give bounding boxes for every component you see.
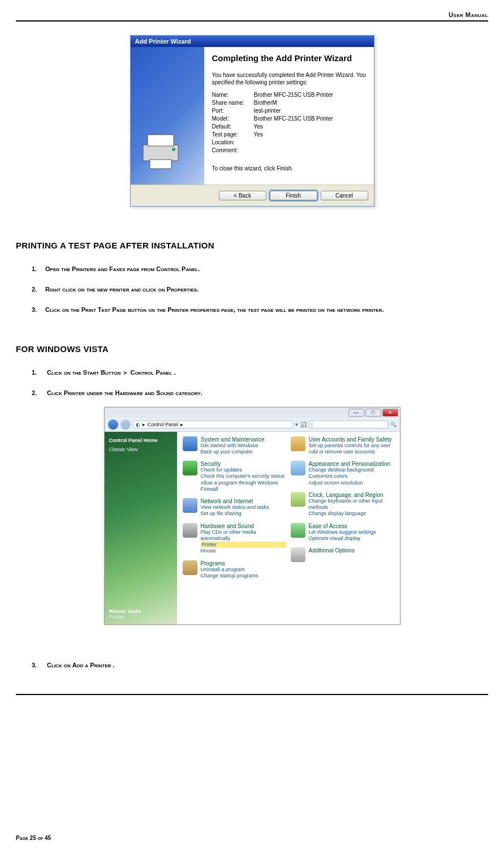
cat-link[interactable]: Set up parental controls for any user	[309, 443, 392, 449]
header-user-manual: User Manual	[16, 11, 488, 18]
minimize-button[interactable]: —	[348, 409, 364, 417]
cat-link[interactable]: Change desktop background	[309, 467, 391, 473]
cat-link[interactable]: Adjust screen resolution	[309, 480, 391, 486]
breadcrumb-text: Control Panel	[148, 422, 179, 427]
sidebar-cp-home[interactable]: Control Panel Home	[109, 438, 173, 443]
cat-security[interactable]: Security Check for updates Check this co…	[183, 461, 286, 492]
label-default: Default:	[212, 123, 254, 130]
sidebar-classic-view[interactable]: Classic View	[109, 447, 173, 452]
svg-rect-1	[148, 135, 174, 146]
add-printer-wizard-window: Add Printer Wizard Completing the Add Pr…	[130, 35, 374, 207]
step-text: .	[174, 369, 175, 376]
cat-link[interactable]: Change startup programs	[201, 573, 259, 579]
vista-control-panel-window: — □ ✕ ◐ ▸ Control Panel ▸ ▾ 🔄 | 🔍 Contro…	[104, 407, 400, 625]
cat-link[interactable]: Check for updates	[201, 467, 286, 473]
chevron-right-icon: ▸	[180, 422, 183, 427]
cat-link[interactable]: Optimize visual display	[309, 535, 376, 542]
wizard-intro: You have successfully completed the Add …	[212, 71, 366, 86]
step: 1.Open the Printers and Faxes page from …	[32, 263, 488, 275]
cat-additional-options[interactable]: Additional Options	[291, 547, 394, 562]
bold-hardware-sound: Hardware and Sound	[115, 389, 174, 396]
cat-link[interactable]: Change display language	[309, 511, 394, 517]
chevron-right-icon: ▸	[143, 422, 145, 427]
cat-title: Programs	[201, 560, 259, 567]
nav-forward-icon[interactable]	[120, 419, 131, 430]
step-text: Click on the	[47, 369, 83, 376]
wizard-close-hint: To close this wizard, click Finish.	[212, 165, 366, 172]
cat-hardware-sound[interactable]: Hardware and Sound Play CDs or other med…	[183, 523, 286, 555]
cat-clock-language[interactable]: Clock, Language, and Region Change keybo…	[291, 492, 394, 517]
wizard-titlebar: Add Printer Wizard	[131, 36, 374, 47]
user-accounts-icon	[291, 436, 305, 451]
category-grid: System and Maintenance Get started with …	[177, 432, 400, 624]
sidebar-recent-printer[interactable]: Printer	[109, 614, 173, 620]
cat-link[interactable]: Change keyboards or other input methods	[309, 498, 394, 511]
search-input[interactable]: |	[309, 421, 388, 428]
cat-programs[interactable]: Programs Uninstall a program Change star…	[183, 560, 286, 580]
cat-link-printer-highlight[interactable]: Printer	[201, 542, 286, 548]
additional-options-icon	[291, 547, 305, 562]
cancel-button[interactable]: Cancel	[321, 191, 368, 200]
cat-link[interactable]: Play CDs or other media automatically	[201, 529, 286, 542]
cat-link[interactable]: Get started with Windows	[201, 443, 265, 449]
finish-button[interactable]: Finish	[270, 191, 317, 200]
cat-link[interactable]: Allow a program through Windows Firewall	[201, 480, 286, 493]
cat-link[interactable]: Set up file sharing	[201, 511, 269, 517]
close-button[interactable]: ✕	[382, 409, 398, 417]
titlebar: — □ ✕	[105, 408, 400, 418]
bold-start-button: Start Button	[83, 369, 120, 376]
value-testpage: Yes	[254, 131, 366, 138]
step: 3.Click on the Print Test Page button on…	[32, 303, 488, 316]
cat-title: Network and Internet	[201, 498, 269, 504]
maximize-button[interactable]: □	[365, 409, 381, 417]
hardware-icon	[183, 523, 197, 538]
network-icon	[183, 498, 197, 513]
step-text: Click on the Print Test Page button on t…	[45, 306, 384, 313]
cat-link[interactable]: Add or remove user accounts	[309, 449, 392, 455]
cat-title: Hardware and Sound	[201, 523, 286, 529]
label-share: Share name:	[212, 100, 254, 106]
cat-link[interactable]: Mouse	[201, 548, 286, 554]
cat-link[interactable]: Customize colors	[309, 473, 391, 479]
back-button[interactable]: < Back	[219, 191, 266, 200]
cat-title: System and Maintenance	[201, 436, 265, 443]
cat-user-accounts[interactable]: User Accounts and Family Safety Set up p…	[291, 436, 394, 456]
svg-point-3	[172, 148, 175, 151]
cat-link[interactable]: Back up your computer	[201, 449, 265, 455]
cat-link[interactable]: View network status and tasks	[201, 504, 269, 511]
value-port: test-printer	[254, 108, 366, 114]
toolbar: ◐ ▸ Control Panel ▸ ▾ 🔄 | 🔍	[105, 418, 400, 432]
step-text: Right click on the new printer and click…	[45, 286, 199, 293]
printer-icon	[137, 128, 188, 173]
step: 3. Click on Add a Printer .	[32, 659, 488, 671]
cat-appearance[interactable]: Appearance and Personalization Change de…	[291, 461, 394, 486]
cat-link[interactable]: Uninstall a program	[201, 567, 259, 573]
cat-ease-of-access[interactable]: Ease of Access Let Windows suggest setti…	[291, 523, 394, 542]
rule-bottom	[16, 694, 488, 695]
cat-link[interactable]: Let Windows suggest settings	[309, 529, 376, 535]
sidebar: Control Panel Home Classic View Recent T…	[105, 432, 177, 624]
svg-rect-0	[143, 145, 178, 161]
step: 2. Click Printer under the Hardware and …	[32, 387, 488, 399]
label-location: Location:	[212, 139, 254, 145]
cat-title: Clock, Language, and Region	[309, 492, 394, 498]
nav-back-icon[interactable]	[108, 419, 118, 430]
cat-link[interactable]: Check this computer's security status	[201, 473, 286, 479]
bold-control-panel: Control Panel	[130, 369, 172, 376]
value-share: BrotherM	[254, 100, 366, 106]
cat-title: Appearance and Personalization	[309, 461, 391, 467]
value-name: Brother MFC-215C USB Printer	[254, 92, 366, 98]
cat-system[interactable]: System and Maintenance Get started with …	[183, 436, 286, 456]
step-text: under the	[87, 389, 115, 396]
step: 2.Right click on the new printer and cli…	[32, 283, 488, 295]
step-text: Click	[47, 389, 64, 396]
label-comment: Comment:	[212, 147, 254, 153]
appearance-icon	[291, 461, 305, 475]
step-text: Click on	[47, 662, 72, 668]
step-text: Open the Printers and Faxes page from Co…	[45, 265, 200, 272]
cat-network[interactable]: Network and Internet View network status…	[183, 498, 286, 517]
cat-title: Ease of Access	[309, 523, 376, 529]
bold-printer: Printer	[64, 389, 85, 396]
value-location	[254, 139, 366, 145]
breadcrumb[interactable]: ◐ ▸ Control Panel ▸	[133, 421, 293, 428]
